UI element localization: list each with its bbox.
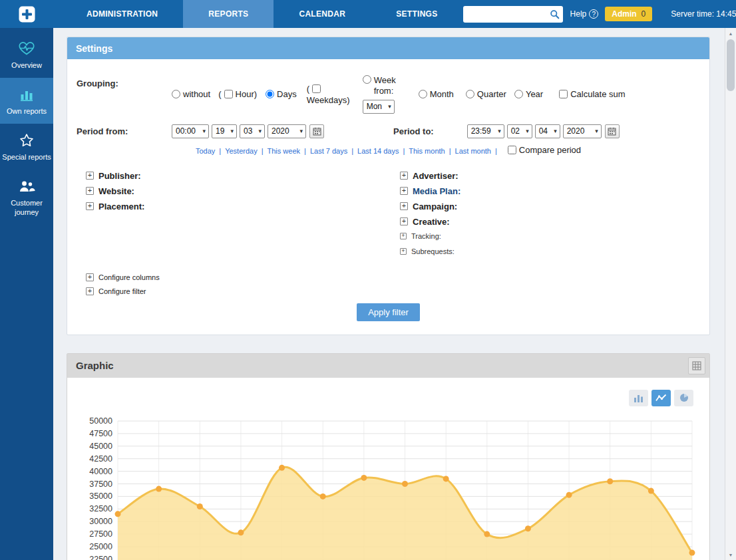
section-publisher: Publisher: bbox=[86, 171, 400, 181]
expand-icon[interactable] bbox=[400, 233, 407, 239]
chart-point[interactable] bbox=[443, 476, 449, 482]
weekdays-checkbox[interactable] bbox=[312, 84, 321, 93]
chart-point[interactable] bbox=[566, 491, 572, 497]
help-link[interactable]: Help bbox=[570, 9, 599, 19]
chart-point[interactable] bbox=[115, 511, 121, 517]
quick-link-last-month[interactable]: Last month bbox=[455, 147, 491, 155]
expand-icon[interactable] bbox=[400, 248, 407, 255]
chart-point[interactable] bbox=[156, 486, 162, 491]
hour-checkbox[interactable] bbox=[224, 90, 233, 98]
y-axis-tick-label: 50000 bbox=[89, 416, 112, 426]
search-box[interactable] bbox=[463, 6, 563, 23]
nav-item-calendar[interactable]: CALENDAR bbox=[274, 0, 371, 28]
chart-point[interactable] bbox=[402, 481, 408, 487]
nav-item-administration[interactable]: ADMINISTRATION bbox=[61, 0, 183, 28]
graphic-panel-header: Graphic bbox=[67, 354, 709, 378]
period-to-calendar-button[interactable] bbox=[605, 124, 620, 138]
grouping-option-quarter[interactable]: Quarter bbox=[466, 89, 506, 99]
y-axis-tick-label: 27500 bbox=[89, 529, 112, 539]
quick-link-today[interactable]: Today bbox=[196, 147, 215, 155]
expand-icon[interactable] bbox=[400, 217, 408, 225]
admin-badge[interactable]: Admin 0 bbox=[605, 7, 652, 21]
period-from-day-select[interactable]: 19 bbox=[212, 124, 237, 138]
nav-item-reports[interactable]: REPORTS bbox=[183, 0, 274, 28]
quick-link-this-month[interactable]: This month bbox=[409, 147, 445, 155]
quick-link-yesterday[interactable]: Yesterday bbox=[225, 147, 258, 155]
line-chart-button[interactable] bbox=[651, 390, 671, 406]
apply-filter-button[interactable]: Apply filter bbox=[357, 303, 420, 321]
quarter-radio[interactable] bbox=[466, 90, 474, 98]
panel-grid-icon[interactable] bbox=[688, 357, 705, 374]
period-from-year-select[interactable]: 2020 bbox=[268, 124, 306, 138]
grouping-option-without[interactable]: without bbox=[172, 89, 210, 99]
bar-chart-button[interactable] bbox=[629, 390, 648, 406]
graphic-panel: Graphic bbox=[67, 353, 710, 560]
grouping-option-year[interactable]: Year bbox=[514, 89, 543, 99]
sidebar-item-customer-journey[interactable]: Customer journey bbox=[0, 170, 53, 225]
week-day-select[interactable]: Mon bbox=[363, 100, 395, 114]
search-icon[interactable] bbox=[550, 9, 560, 19]
period-from-month-select[interactable]: 03 bbox=[240, 124, 265, 138]
chart-point[interactable] bbox=[689, 549, 695, 555]
scroll-thumb[interactable] bbox=[727, 39, 735, 91]
separator: | bbox=[262, 147, 264, 155]
scroll-down-icon[interactable] bbox=[725, 549, 736, 560]
chart-point[interactable] bbox=[361, 474, 367, 480]
separator: | bbox=[403, 147, 405, 155]
period-to-day-select[interactable]: 02 bbox=[507, 124, 532, 138]
expand-icon[interactable] bbox=[86, 287, 94, 295]
scroll-up-icon[interactable] bbox=[725, 28, 736, 39]
week-radio[interactable] bbox=[363, 75, 371, 84]
expand-icon[interactable] bbox=[86, 172, 94, 180]
period-to-month-select[interactable]: 04 bbox=[535, 124, 560, 138]
grouping-option-hour[interactable]: ( Hour) bbox=[218, 89, 257, 99]
expand-icon[interactable] bbox=[400, 172, 408, 180]
calculate-sum-option[interactable]: Calculate sum bbox=[559, 89, 625, 99]
days-radio[interactable] bbox=[266, 90, 274, 98]
period-from-time-select[interactable]: 00:00 bbox=[172, 124, 209, 138]
quick-link-last-14-days[interactable]: Last 14 days bbox=[357, 147, 399, 155]
chart-point[interactable] bbox=[484, 531, 490, 537]
chart-point[interactable] bbox=[607, 478, 613, 484]
chart-point[interactable] bbox=[525, 525, 531, 531]
period-from-calendar-button[interactable] bbox=[309, 124, 324, 138]
grouping-option-days[interactable]: Days bbox=[266, 89, 297, 99]
grouping-option-month[interactable]: Month bbox=[419, 89, 454, 99]
quick-link-last-7-days[interactable]: Last 7 days bbox=[310, 147, 347, 155]
nav-item-settings[interactable]: SETTINGS bbox=[371, 0, 462, 28]
expand-icon[interactable] bbox=[400, 202, 408, 210]
calculate-sum-checkbox[interactable] bbox=[559, 90, 568, 98]
expand-icon[interactable] bbox=[400, 187, 408, 195]
configure-columns[interactable]: Configure columns bbox=[86, 273, 700, 281]
quick-link-this-week[interactable]: This week bbox=[268, 147, 301, 155]
grouping-option-weekdays[interactable]: ( Weekdays) bbox=[307, 84, 352, 105]
period-to-year-select[interactable]: 2020 bbox=[563, 124, 602, 138]
option-label: Week from: bbox=[374, 75, 401, 97]
period-to-time-select[interactable]: 23:59 bbox=[467, 124, 504, 138]
sidebar-item-special-reports[interactable]: Special reports bbox=[0, 124, 53, 170]
week-from-option[interactable]: Week from: bbox=[363, 75, 401, 97]
section-label: Publisher: bbox=[98, 171, 141, 181]
expand-icon[interactable] bbox=[86, 273, 94, 281]
sidebar-item-own-reports[interactable]: Own reports bbox=[0, 78, 53, 124]
bar-chart-icon bbox=[2, 86, 51, 103]
year-radio[interactable] bbox=[514, 90, 523, 98]
configure-filter[interactable]: Configure filter bbox=[86, 287, 700, 295]
section-placement: Placement: bbox=[86, 202, 400, 211]
scrollbar[interactable] bbox=[725, 28, 736, 560]
expand-icon[interactable] bbox=[86, 187, 94, 195]
compare-period-option[interactable]: Compare period bbox=[508, 145, 581, 155]
chart-point[interactable] bbox=[197, 503, 203, 509]
without-radio[interactable] bbox=[172, 90, 180, 98]
sidebar-item-overview[interactable]: Overview bbox=[0, 32, 53, 78]
app-logo-icon[interactable] bbox=[18, 5, 36, 23]
compare-period-checkbox[interactable] bbox=[508, 146, 516, 154]
chart-point[interactable] bbox=[648, 488, 654, 493]
month-radio[interactable] bbox=[419, 90, 427, 98]
chart-point[interactable] bbox=[238, 529, 244, 535]
chart-point[interactable] bbox=[279, 464, 285, 470]
expand-icon[interactable] bbox=[86, 202, 94, 210]
pie-chart-button[interactable] bbox=[674, 390, 693, 406]
search-input[interactable] bbox=[468, 9, 550, 19]
chart-point[interactable] bbox=[320, 493, 326, 499]
